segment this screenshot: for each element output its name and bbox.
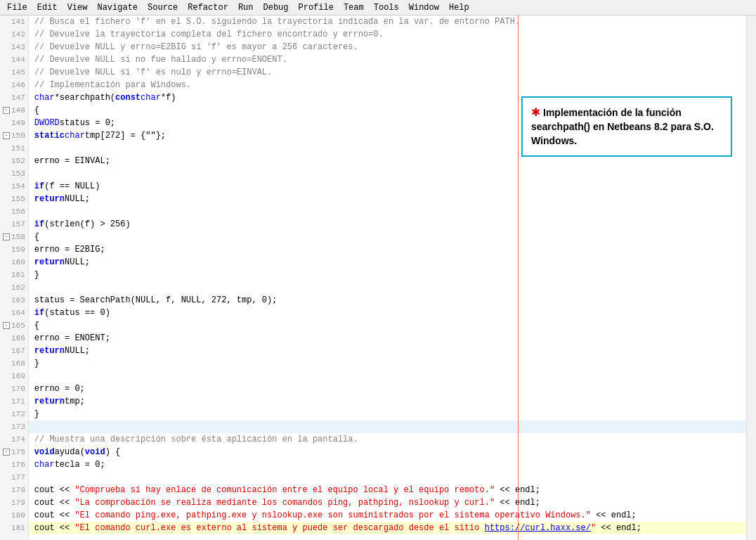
line-number-164: 164 (0, 307, 28, 319)
line-number-160: 160 (0, 256, 28, 269)
code-line-146[interactable]: // Implementación para Windows. (29, 79, 746, 91)
line-number-161: 161 (0, 269, 28, 281)
menu-run[interactable]: Run (234, 1, 258, 14)
line-number-174: 174 (0, 433, 28, 446)
code-line-178[interactable]: cout << "Comprueba si hay enlace de comu… (29, 484, 746, 496)
line-number-157: 157 (0, 218, 28, 231)
menu-view[interactable]: View (63, 1, 92, 14)
code-line-164[interactable]: if(status == 0) (29, 307, 746, 319)
fold-icon-158[interactable]: - (3, 233, 10, 240)
line-number-156: 156 (0, 205, 28, 218)
code-line-160[interactable]: return NULL; (29, 256, 746, 269)
menu-refactor[interactable]: Refactor (183, 1, 233, 14)
line-number-145: 145 (0, 66, 28, 79)
code-area[interactable]: // Busca el fichero 'f' en el S.O. sigui… (29, 15, 746, 540)
line-number-179: 179 (0, 496, 28, 509)
code-line-156[interactable] (29, 205, 746, 218)
code-line-181[interactable]: cout << "El comando curl.exe es externo … (29, 522, 746, 534)
line-number-159: 159 (0, 243, 28, 256)
code-line-161[interactable]: } (29, 269, 746, 281)
scrollbar[interactable] (746, 15, 756, 540)
line-number-180: 180 (0, 509, 28, 522)
code-line-180[interactable]: cout << "El comando ping.exe, pathping.e… (29, 509, 746, 522)
code-line-162[interactable] (29, 281, 746, 294)
code-line-177[interactable] (29, 471, 746, 484)
menu-help[interactable]: Help (445, 1, 474, 14)
code-line-169[interactable] (29, 370, 746, 382)
line-number-148: -148 (0, 104, 28, 117)
code-line-173[interactable] (29, 420, 746, 433)
code-line-152[interactable]: errno = EINVAL; (29, 155, 746, 167)
line-number-176: 176 (0, 458, 28, 471)
code-line-159[interactable]: errno = E2BIG; (29, 243, 746, 256)
line-number-168: 168 (0, 357, 28, 370)
line-number-169: 169 (0, 370, 28, 382)
line-number-177: 177 (0, 471, 28, 484)
line-number-144: 144 (0, 53, 28, 66)
code-line-168[interactable]: } (29, 357, 746, 370)
code-line-165[interactable]: { (29, 319, 746, 332)
line-number-165: -165 (0, 319, 28, 332)
code-line-157[interactable]: if(strlen(f) > 256) (29, 218, 746, 231)
menu-source[interactable]: Source (143, 1, 182, 14)
line-number-178: 178 (0, 484, 28, 496)
code-line-145[interactable]: // Devuelve NULL si 'f' es nulo y errno=… (29, 66, 746, 79)
line-number-151: 151 (0, 142, 28, 155)
code-line-155[interactable]: return NULL; (29, 193, 746, 205)
line-number-142: 142 (0, 28, 28, 41)
line-number-155: 155 (0, 193, 28, 205)
fold-icon-175[interactable]: - (3, 449, 10, 456)
fold-icon-165[interactable]: - (3, 322, 10, 329)
line-number-158: -158 (0, 231, 28, 243)
code-line-158[interactable]: { (29, 231, 746, 243)
annotation-star: ✱ (531, 106, 540, 118)
line-number-150: -150 (0, 129, 28, 142)
code-line-163[interactable]: status = SearchPath(NULL, f, NULL, 272, … (29, 294, 746, 307)
menu-tools[interactable]: Tools (370, 1, 403, 14)
line-number-170: 170 (0, 382, 28, 395)
line-number-175: -175 (0, 446, 28, 458)
line-number-152: 152 (0, 155, 28, 167)
line-numbers: 141142143144145146147-148149-15015115215… (0, 15, 29, 540)
code-line-141[interactable]: // Busca el fichero 'f' en el S.O. sigui… (29, 15, 746, 28)
menu-debug[interactable]: Debug (259, 1, 292, 14)
code-line-142[interactable]: // Devuelve la trayectoria completa del … (29, 28, 746, 41)
code-line-144[interactable]: // Devuelve NULL si no fue hallado y err… (29, 53, 746, 66)
annotation-box: ✱Implementación de la función searchpath… (521, 96, 732, 157)
fold-icon-150[interactable]: - (3, 132, 10, 139)
code-line-175[interactable]: void ayuda(void) { (29, 446, 746, 458)
line-number-171: 171 (0, 395, 28, 408)
menu-profile[interactable]: Profile (294, 1, 338, 14)
code-line-167[interactable]: return NULL; (29, 345, 746, 357)
code-line-143[interactable]: // Devuelve NULL y errno=E2BIG si 'f' es… (29, 41, 746, 53)
code-line-153[interactable] (29, 167, 746, 180)
line-number-167: 167 (0, 345, 28, 357)
code-line-179[interactable]: cout << "La comprobación se realiza medi… (29, 496, 746, 509)
code-line-166[interactable]: errno = ENOENT; (29, 332, 746, 345)
code-line-172[interactable]: } (29, 408, 746, 420)
code-line-171[interactable]: return tmp; (29, 395, 746, 408)
code-line-174[interactable]: // Muestra una descripción sobre ésta ap… (29, 433, 746, 446)
line-number-153: 153 (0, 167, 28, 180)
fold-icon-148[interactable]: - (3, 107, 10, 114)
line-number-154: 154 (0, 180, 28, 193)
code-line-154[interactable]: if(f == NULL) (29, 180, 746, 193)
menu-edit[interactable]: Edit (33, 1, 62, 14)
line-number-166: 166 (0, 332, 28, 345)
line-number-149: 149 (0, 117, 28, 129)
editor-container: 141142143144145146147-148149-15015115215… (0, 15, 756, 540)
menu-window[interactable]: Window (405, 1, 443, 14)
menu-navigate[interactable]: Navigate (93, 1, 142, 14)
menu-file[interactable]: File (3, 1, 32, 14)
editor-wrapper: 141142143144145146147-148149-15015115215… (0, 15, 756, 540)
code-line-170[interactable]: errno = 0; (29, 382, 746, 395)
line-number-143: 143 (0, 41, 28, 53)
line-number-146: 146 (0, 79, 28, 91)
line-number-172: 172 (0, 408, 28, 420)
line-number-163: 163 (0, 294, 28, 307)
menubar: File Edit View Navigate Source Refactor … (0, 0, 756, 15)
annotation-text: Implementación de la función searchpath(… (531, 107, 714, 146)
line-number-173: 173 (0, 420, 28, 433)
code-line-176[interactable]: char tecla = 0; (29, 458, 746, 471)
menu-team[interactable]: Team (339, 1, 368, 14)
